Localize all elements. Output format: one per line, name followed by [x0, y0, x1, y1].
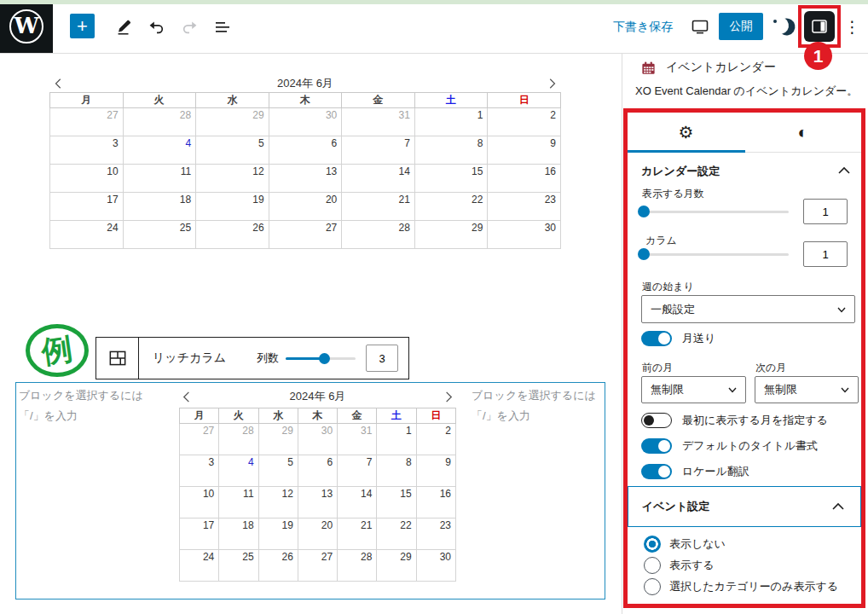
add-block-button[interactable]: +: [70, 14, 95, 38]
title-format-toggle[interactable]: [641, 438, 672, 454]
week-start-value: 一般設定: [651, 302, 695, 317]
radio-option-selected-categories[interactable]: 選択したカテゴリーのみ表示する: [644, 577, 838, 596]
prev-month-value: 無制限: [651, 382, 684, 397]
day-cell: 31: [342, 108, 415, 136]
save-draft-button[interactable]: 下書き保存: [613, 20, 673, 35]
day-cell: 24: [180, 550, 219, 582]
first-month-toggle[interactable]: [641, 413, 672, 428]
months-slider-thumb[interactable]: [638, 206, 650, 217]
locale-toggle[interactable]: [641, 464, 672, 479]
event-settings-header[interactable]: イベント設定: [628, 486, 861, 527]
wordpress-logo[interactable]: W: [0, 0, 53, 53]
block-placeholder-left[interactable]: ブロックを選択するには 「/」を入力: [19, 385, 164, 426]
publish-button[interactable]: 公開: [719, 13, 763, 40]
list-view-icon: [212, 17, 233, 38]
month-nav-toggle[interactable]: [641, 331, 672, 346]
day-cell: 27: [50, 108, 124, 136]
calendar-settings-header[interactable]: カレンダー設定: [641, 164, 720, 179]
day-cell: 29: [196, 108, 269, 136]
month-nav-toggle-row: 月送り: [641, 331, 715, 346]
sidebar-block-title: イベントカレンダー: [666, 60, 776, 75]
options-menu-button[interactable]: ⋮: [844, 17, 860, 37]
day-cell: 4: [219, 455, 258, 487]
rich-column-block-button[interactable]: [96, 338, 139, 379]
day-cell: 22: [377, 518, 416, 550]
weekday-header: 水: [258, 408, 298, 424]
next-month-select[interactable]: 無制限: [755, 376, 859, 403]
day-cell: 17: [180, 518, 219, 550]
example-label: 例: [39, 327, 75, 374]
radio-option-hide[interactable]: 表示しない: [644, 535, 726, 553]
day-cell: 13: [269, 165, 342, 193]
sidebar-panel-icon: [809, 16, 830, 37]
radio-label: 選択したカテゴリーのみ表示する: [669, 579, 838, 594]
chevron-down-icon: [836, 304, 848, 316]
toggle-knob: [658, 440, 670, 452]
event-calendar-block-small[interactable]: 2024年 6月 月火水木金土日272829303112345678910111…: [179, 385, 456, 582]
day-cell: 20: [269, 193, 342, 221]
title-format-toggle-label: デフォルトのタイトル書式: [682, 438, 818, 454]
prev-month-arrow[interactable]: [181, 391, 194, 403]
day-cell: 11: [219, 487, 258, 518]
weekday-header: 日: [416, 408, 455, 424]
columns-slider-thumb[interactable]: [638, 248, 650, 260]
columns-label: カラム: [645, 234, 677, 248]
week-start-label: 週の始まり: [642, 280, 694, 294]
block-placeholder-right[interactable]: ブロックを選択するには 「/」を入力: [472, 385, 604, 426]
undo-button[interactable]: [145, 16, 167, 38]
day-cell: 27: [180, 424, 219, 455]
next-month-arrow[interactable]: [546, 78, 558, 90]
redo-button[interactable]: [179, 16, 201, 38]
day-cell: 7: [338, 455, 377, 487]
radio-label: 表示しない: [669, 536, 726, 552]
day-cell: 27: [298, 550, 337, 582]
chevron-up-icon[interactable]: [837, 165, 851, 176]
plugin-moon-button[interactable]: [770, 14, 796, 39]
monitor-icon: [690, 16, 710, 37]
preview-button[interactable]: [689, 15, 711, 38]
placeholder-line2: 「/」を入力: [19, 406, 164, 426]
radio-selected-icon[interactable]: [644, 536, 661, 553]
day-cell: 6: [269, 136, 342, 165]
day-cell: 25: [219, 550, 258, 582]
months-slider-track[interactable]: [641, 211, 789, 213]
day-cell: 30: [269, 108, 342, 136]
list-view-button[interactable]: [211, 16, 234, 38]
event-calendar-block: 2024年 6月 月火水木金土日272829303112345678910111…: [49, 75, 561, 249]
top-green-strip: [0, 0, 868, 4]
settings-sidebar-toggle-button[interactable]: [804, 11, 835, 42]
more-icon: ⋮: [844, 18, 860, 36]
tab-settings[interactable]: ⚙: [628, 113, 744, 152]
prev-month-select[interactable]: 無制限: [641, 376, 746, 403]
edit-mode-button[interactable]: [113, 16, 135, 38]
calendar-title: 2024年 6月: [290, 389, 346, 404]
title-format-toggle-row: デフォルトのタイトル書式: [641, 438, 818, 454]
months-count-label: 表示する月数: [642, 187, 704, 201]
day-cell: 27: [269, 221, 342, 249]
columns-count-input[interactable]: [803, 241, 848, 267]
prev-month-arrow[interactable]: [53, 78, 65, 90]
columns-slider-track[interactable]: [641, 253, 789, 256]
weekday-header: 火: [219, 408, 258, 424]
first-month-toggle-label: 最初に表示する月を指定する: [682, 413, 828, 428]
day-cell: 19: [196, 193, 269, 221]
day-cell: 10: [180, 487, 219, 518]
calendar-title: 2024年 6月: [277, 76, 333, 91]
week-start-select[interactable]: 一般設定: [641, 295, 855, 323]
day-cell: 26: [196, 221, 269, 249]
day-cell: 23: [416, 518, 455, 550]
slider-thumb[interactable]: [319, 353, 330, 364]
next-month-label: 次の月: [755, 361, 786, 375]
active-tab-underline: [628, 150, 745, 153]
months-count-input[interactable]: [803, 199, 848, 224]
day-cell: 30: [488, 221, 561, 249]
columns-count-label: 列数: [257, 350, 279, 366]
radio-unselected-icon[interactable]: [644, 557, 661, 574]
next-month-arrow[interactable]: [442, 391, 454, 403]
day-cell: 29: [377, 550, 416, 582]
columns-slider[interactable]: [286, 352, 356, 364]
columns-count-input[interactable]: [366, 345, 398, 372]
radio-unselected-icon[interactable]: [644, 578, 661, 595]
tab-styles[interactable]: ◐: [744, 113, 861, 152]
radio-option-show[interactable]: 表示する: [644, 556, 715, 575]
